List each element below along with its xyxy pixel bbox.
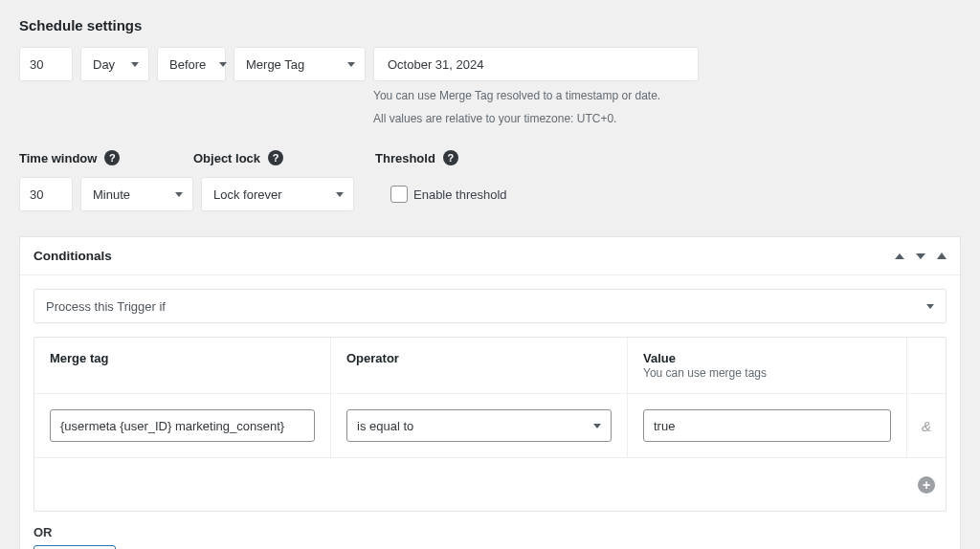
page-title: Schedule settings (19, 17, 961, 33)
date-input[interactable]: October 31, 2024 (373, 47, 699, 81)
time-window-unit-select[interactable]: Minute (80, 177, 193, 211)
mode-select[interactable]: Merge Tag (234, 47, 366, 81)
enable-threshold-checkbox[interactable] (390, 186, 408, 203)
move-up-icon[interactable] (895, 253, 904, 259)
chevron-down-icon (593, 424, 601, 428)
time-window-value-input[interactable] (19, 177, 73, 211)
direction-label: Before (169, 57, 206, 72)
conditionals-header: Conditionals (20, 237, 960, 275)
sub-inputs-row: Minute Lock forever Enable threshold (19, 177, 961, 211)
hint-merge-tag: You can use Merge Tag resolved to a time… (373, 87, 699, 104)
move-down-icon[interactable] (916, 253, 925, 259)
object-lock-selected: Lock forever (213, 187, 282, 202)
conditionals-panel: Conditionals Process this Trigger if Mer… (19, 236, 961, 549)
conditionals-body: Process this Trigger if Merge tag Operat… (20, 275, 960, 549)
merge-tag-input[interactable] (50, 409, 315, 442)
help-icon[interactable]: ? (268, 150, 283, 165)
col-header-value: Value You can use merge tags (628, 338, 907, 394)
value-input[interactable] (643, 409, 891, 442)
chevron-down-icon (347, 62, 355, 67)
direction-select[interactable]: Before (157, 47, 226, 81)
chevron-down-icon (131, 62, 139, 67)
add-condition-button[interactable]: + (907, 457, 946, 511)
date-column: October 31, 2024 You can use Merge Tag r… (373, 47, 699, 127)
or-row: OR Add group (33, 512, 947, 549)
chevron-down-icon (219, 62, 227, 67)
object-lock-select[interactable]: Lock forever (201, 177, 354, 211)
chevron-down-icon (926, 304, 934, 309)
time-window-unit-label: Minute (93, 187, 130, 202)
chevron-down-icon (336, 192, 344, 197)
plus-icon: + (918, 476, 935, 494)
hint-timezone: All values are relative to your timezone… (373, 110, 699, 127)
and-button[interactable]: & (907, 394, 946, 457)
help-icon[interactable]: ? (443, 150, 458, 165)
or-label: OR (33, 525, 947, 539)
offset-unit-select[interactable]: Day (80, 47, 149, 81)
col-header-actions (907, 338, 946, 394)
conditionals-title: Conditionals (33, 249, 112, 263)
offset-unit-label: Day (93, 57, 115, 72)
cell-merge-tag (34, 394, 331, 457)
col-header-merge-tag: Merge tag (34, 338, 331, 394)
add-group-button[interactable]: Add group (33, 545, 116, 549)
time-window-label: Time window ? (19, 150, 193, 165)
help-icon[interactable]: ? (104, 150, 120, 165)
operator-select[interactable]: is equal to (346, 409, 612, 442)
chevron-down-icon (175, 192, 183, 197)
cell-operator: is equal to (331, 394, 628, 457)
object-lock-label: Object lock ? (193, 150, 375, 165)
mode-label: Merge Tag (246, 57, 304, 72)
enable-threshold-label: Enable threshold (413, 187, 507, 202)
spacer-row (34, 457, 907, 511)
offset-value-input[interactable] (19, 47, 73, 81)
threshold-label: Threshold ? (375, 150, 961, 165)
conditionals-mode-select[interactable]: Process this Trigger if (33, 289, 947, 323)
col-header-operator: Operator (331, 338, 628, 394)
collapse-icon[interactable] (937, 253, 947, 259)
schedule-row: Day Before Merge Tag October 31, 2024 Yo… (19, 47, 961, 127)
sub-labels-row: Time window ? Object lock ? Threshold ? (19, 150, 961, 165)
conditionals-table: Merge tag Operator Value You can use mer… (33, 337, 947, 512)
cell-value (628, 394, 907, 457)
